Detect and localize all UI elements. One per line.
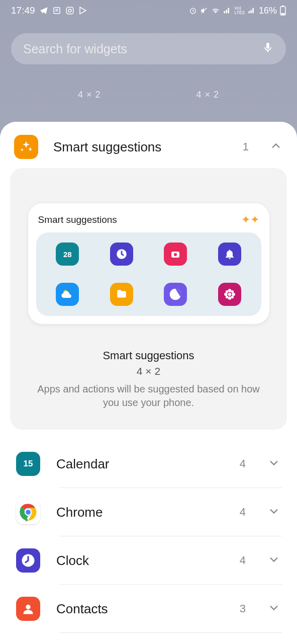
play-icon bbox=[78, 6, 87, 15]
svg-rect-3 bbox=[66, 7, 73, 14]
svg-point-4 bbox=[68, 9, 71, 12]
svg-point-23 bbox=[226, 296, 228, 298]
app-row-clock[interactable]: Clock 4 bbox=[10, 536, 287, 585]
sparkle-small-icon: ✦✦ bbox=[241, 213, 259, 226]
widget-preview: Smart suggestions ✦✦ 28 bbox=[28, 203, 269, 324]
calendar-icon: 28 bbox=[56, 243, 79, 266]
app-name: Chrome bbox=[56, 505, 240, 520]
chevron-down-icon bbox=[267, 456, 281, 472]
battery-text: 16% bbox=[259, 6, 277, 16]
svg-point-20 bbox=[232, 293, 235, 296]
chrome-app-icon bbox=[16, 500, 40, 524]
search-input[interactable]: Search for widgets bbox=[11, 33, 286, 64]
widget-app-list: 15 Calendar 4 Chrome 4 Clock 4 Contact bbox=[10, 440, 287, 633]
widget-sheet: Smart suggestions 1 Smart suggestions ✦✦… bbox=[0, 122, 297, 644]
chevron-up-icon bbox=[269, 139, 283, 155]
volte-icon: Vo)LTE2 bbox=[234, 6, 245, 15]
tab-4x2-left[interactable]: 4 × 2 bbox=[78, 90, 101, 100]
app-row-chrome[interactable]: Chrome 4 bbox=[10, 488, 287, 536]
status-time: 17:49 bbox=[11, 5, 35, 16]
folder-icon bbox=[110, 283, 133, 306]
sparkle-icon bbox=[14, 135, 38, 159]
widget-grid: 28 bbox=[36, 232, 261, 316]
app-count: 3 bbox=[240, 602, 246, 615]
camera-icon bbox=[164, 243, 187, 266]
flower-icon bbox=[218, 283, 241, 306]
chevron-down-icon bbox=[267, 601, 281, 617]
alarm-icon bbox=[189, 7, 197, 15]
status-bar: 17:49 Vo)LTE2 16% bbox=[0, 0, 297, 18]
chevron-down-icon bbox=[267, 504, 281, 520]
status-right: Vo)LTE2 16% bbox=[189, 6, 286, 16]
svg-point-29 bbox=[26, 605, 30, 609]
app-count: 4 bbox=[240, 457, 246, 470]
status-left: 17:49 bbox=[11, 5, 87, 16]
signal-icon bbox=[223, 7, 231, 15]
svg-point-16 bbox=[228, 293, 232, 296]
search-placeholder: Search for widgets bbox=[23, 42, 127, 56]
svg-point-24 bbox=[231, 296, 233, 298]
app-name: Calendar bbox=[56, 456, 240, 472]
app-name: Contacts bbox=[56, 601, 240, 617]
mute-icon bbox=[200, 7, 208, 15]
svg-point-22 bbox=[231, 290, 233, 293]
weather-icon bbox=[56, 283, 79, 306]
smart-suggestions-count: 1 bbox=[243, 140, 249, 153]
app-name: Clock bbox=[56, 553, 240, 569]
preview-desc: Apps and actions will be suggested based… bbox=[25, 382, 272, 410]
app-count: 4 bbox=[240, 506, 246, 519]
svg-rect-8 bbox=[282, 6, 284, 7]
tab-4x2-right[interactable]: 4 × 2 bbox=[196, 90, 219, 100]
contacts-app-icon bbox=[16, 597, 40, 621]
app-count: 4 bbox=[240, 554, 246, 567]
bell-icon bbox=[218, 243, 241, 266]
smart-suggestions-header[interactable]: Smart suggestions 1 bbox=[10, 132, 287, 168]
clock-app-icon bbox=[16, 548, 40, 573]
chevron-down-icon bbox=[267, 552, 281, 569]
news-icon bbox=[52, 6, 61, 15]
size-tabs: 4 × 2 4 × 2 bbox=[0, 90, 297, 100]
instagram-icon bbox=[65, 6, 74, 15]
calendar-app-icon: 15 bbox=[16, 452, 40, 476]
widget-preview-card[interactable]: Smart suggestions ✦✦ 28 Smart suggestion… bbox=[10, 168, 287, 430]
clock-icon bbox=[110, 243, 133, 266]
svg-point-21 bbox=[226, 290, 228, 293]
battery-icon bbox=[280, 6, 286, 16]
wifi-icon bbox=[211, 7, 220, 15]
svg-rect-9 bbox=[281, 13, 285, 15]
svg-point-18 bbox=[228, 296, 232, 300]
widget-label: Smart suggestions bbox=[38, 214, 117, 225]
telegram-icon bbox=[39, 6, 48, 15]
svg-point-12 bbox=[174, 253, 177, 256]
app-row-contacts[interactable]: Contacts 3 bbox=[10, 585, 287, 633]
app-row-calendar[interactable]: 15 Calendar 4 bbox=[10, 440, 287, 488]
browser-icon bbox=[164, 283, 187, 306]
mic-icon[interactable] bbox=[262, 41, 274, 57]
signal2-icon bbox=[248, 7, 256, 15]
svg-point-17 bbox=[228, 289, 232, 292]
smart-suggestions-title: Smart suggestions bbox=[53, 139, 243, 155]
preview-size: 4 × 2 bbox=[25, 365, 272, 377]
svg-point-19 bbox=[224, 293, 228, 296]
svg-point-27 bbox=[25, 509, 31, 515]
preview-title: Smart suggestions bbox=[25, 349, 272, 362]
